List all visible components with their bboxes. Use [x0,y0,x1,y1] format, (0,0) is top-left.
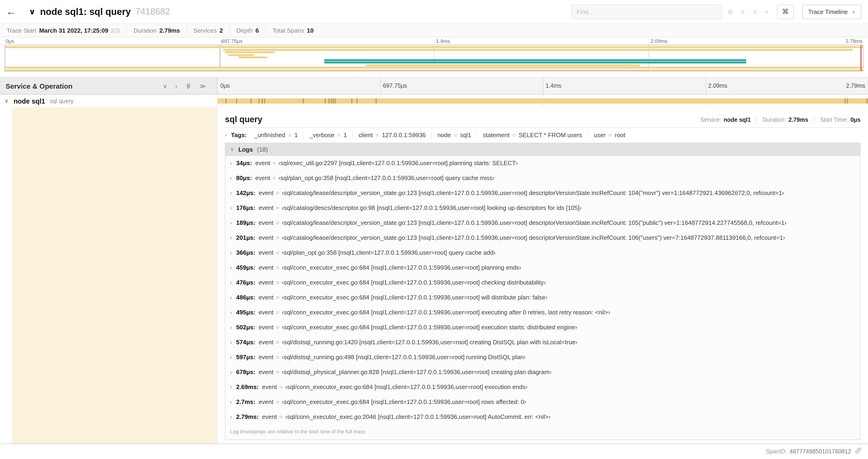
log-field-key: event [258,305,274,320]
meta-start-label: Start Time: [820,117,848,123]
prev-result-icon[interactable]: ∧ [740,7,745,16]
span-name-cell[interactable]: ∨ node sql1 sql query [0,95,217,107]
focus-match-icon[interactable]: ⊕ [727,7,733,16]
log-field-key: event [258,201,274,216]
log-timestamp: 486μs: [236,290,255,305]
span-timeline-cell[interactable] [217,95,868,107]
log-field-key: event [258,395,274,409]
deep-link-button[interactable] [855,447,862,455]
log-equals: = [276,320,279,335]
tag-item: _verbose = 1 [303,131,352,138]
span-log-tick [225,98,226,104]
collapse-trace-header-icon[interactable]: ∨ [29,7,35,17]
log-row[interactable]: › 486μs: event = ‹sql/conn_executor_exec… [225,290,860,305]
log-row[interactable]: › 502μs: event = ‹sql/conn_executor_exec… [225,320,860,335]
log-row[interactable]: › 459μs: event = ‹sql/conn_executor_exec… [225,260,860,275]
minimap-tick-2: 1.4ms [436,38,450,44]
log-timestamp: 142μs: [236,186,255,201]
trace-page: ← ∨ node sql1: sql query 7418682 ⊕ ∧ ∨ ×… [0,0,868,459]
duration-item: Duration 2.79ms [127,27,180,34]
minimap-right-scrubber[interactable] [861,45,862,71]
log-message: ‹sql/exec_util.go:2297 [nsql1,client=127… [278,156,518,171]
tags-toggle-row[interactable]: › Tags: _unfinished = 1 _verbose = [225,128,861,142]
log-row[interactable]: › 574μs: event = ‹sql/distsql_running.go… [225,335,860,350]
chevron-right-icon: › [230,245,232,260]
span-log-tick [331,98,332,104]
collapse-all-icon[interactable]: ≫ [185,83,192,89]
log-timestamp: 678μs: [236,365,255,380]
log-equals: = [276,216,279,230]
log-row[interactable]: › 176μs: event = ‹sql/catalog/descs/desc… [225,201,860,216]
span-detail-panel: sql query Service: node sql1 Duration: 2… [217,107,868,444]
log-row[interactable]: › 80μs: event = ‹sql/plan_opt.go:358 [ns… [225,171,860,186]
span-duration-bar[interactable] [217,98,868,104]
log-row[interactable]: › 201μs: event = ‹sql/catalog/lease/desc… [225,230,860,245]
log-field-key: event [258,335,274,350]
total-spans-label: Total Spans [272,27,304,34]
minimap-tick-0: 0μs [6,38,14,44]
minimap-span-bar [239,57,268,58]
trace-start-item: Trace Start March 31 2022, 17:25:09.326 [6,27,120,34]
log-message: ‹sql/conn_executor_exec.go:684 [nsql1,cl… [282,260,521,275]
log-equals: = [276,365,279,380]
tag-value: 127.0.0.1:59936 [382,131,426,138]
log-field-key: event [258,186,274,201]
duration-label: Duration [134,27,157,34]
ruler-tick-0: 0μs [220,83,230,89]
log-field-key: event [258,216,274,230]
log-timestamp: 80μs: [236,171,252,186]
meta-start-time: Start Time: 0μs [814,117,861,123]
span-log-tick [265,98,265,104]
span-log-tick [351,98,352,104]
depth-item: Depth 6 [229,27,259,34]
link-icon [855,447,862,455]
span-log-tick [303,98,304,104]
next-result-icon[interactable]: ∨ [752,7,757,16]
log-timestamp: 189μs: [236,216,255,230]
keyboard-shortcuts-button[interactable]: ⌘ [777,4,794,19]
log-row[interactable]: › 597μs: event = ‹sql/distsql_running.go… [225,350,860,365]
logs-toggle-header[interactable]: ∨ Logs (18) [225,143,860,156]
log-row[interactable]: › 366μs: event = ‹sql/plan_opt.go:358 [n… [225,245,860,260]
log-row[interactable]: › 2.69ms: event = ‹sql/conn_executor_exe… [225,380,860,395]
log-row[interactable]: › 34μs: event = ‹sql/exec_util.go:2297 [… [225,156,860,171]
minimap-canvas[interactable] [5,45,863,71]
meta-service: Service: node sql1 [700,117,751,123]
tag-equals: = [337,131,341,138]
span-log-tick [236,98,237,104]
collapse-one-icon[interactable]: ∨ [163,82,167,89]
span-operation-name: sql query [50,98,73,104]
tags-list: _unfinished = 1 _verbose = 1 client [248,131,631,138]
services-value: 2 [220,27,223,34]
trace-view-select[interactable]: Trace Timeline ∨ [802,4,862,19]
chevron-right-icon: › [230,350,232,365]
log-message: ‹sql/catalog/lease/descriptor_version_st… [282,186,784,201]
log-row[interactable]: › 2.79ms: event = ‹sql/conn_executor_exe… [225,409,860,424]
log-row[interactable]: › 142μs: event = ‹sql/catalog/lease/desc… [225,186,860,201]
chevron-right-icon: › [230,171,232,186]
log-equals: = [276,230,279,245]
log-row[interactable]: › 476μs: event = ‹sql/conn_executor_exec… [225,275,860,290]
meta-duration-value: 2.79ms [788,117,808,123]
log-row[interactable]: › 678μs: event = ‹sql/distsql_physical_p… [225,365,860,380]
back-button[interactable]: ← [0,0,22,23]
trace-start-value: March 31 2022, 17:25:09.326 [39,27,120,34]
log-row[interactable]: › 189μs: event = ‹sql/catalog/lease/desc… [225,216,860,230]
expand-all-icon[interactable]: ≫ [199,82,206,89]
top-bar: ← ∨ node sql1: sql query 7418682 ⊕ ∧ ∨ ×… [0,0,868,23]
span-id-value: 4877749850101760812 [789,448,851,455]
log-row[interactable]: › 495μs: event = ‹sql/conn_executor_exec… [225,305,860,320]
minimap-span-bar [324,59,746,61]
collapse-span-icon[interactable]: ∨ [5,98,8,104]
minimap-span-bar [5,67,863,69]
log-message: ‹sql/conn_executor_exec.go:684 [nsql1,cl… [282,305,610,320]
minimap-tick-3: 2.09ms [651,38,667,44]
expand-one-icon[interactable]: › [175,82,177,89]
log-row[interactable]: › 2.7ms: event = ‹sql/conn_executor_exec… [225,395,860,409]
log-message: ‹sql/distsql_running.go:498 [nsql1,clien… [282,350,526,365]
log-timestamp: 366μs: [236,245,255,260]
find-input[interactable] [571,4,722,19]
tag-value: sql1 [460,131,471,138]
tag-equals: = [454,131,457,138]
clear-search-icon[interactable]: × [765,8,769,15]
